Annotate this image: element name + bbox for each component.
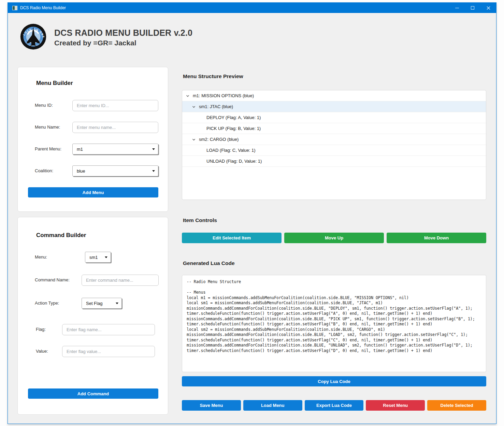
copy-lua-code-button[interactable]: Copy Lua Code bbox=[182, 376, 486, 386]
menu-id-input[interactable] bbox=[72, 100, 158, 111]
tree-row-label: m1: MISSION OPTIONS (blue) bbox=[193, 93, 254, 98]
item-controls-row: Edit Selected Item Move Up Move Down bbox=[182, 233, 486, 243]
lua-code-box: -- Radio Menu Structure -- Menus local m… bbox=[182, 275, 486, 372]
move-up-button[interactable]: Move Up bbox=[284, 233, 384, 243]
flag-input[interactable] bbox=[62, 324, 155, 335]
move-down-button[interactable]: Move Down bbox=[387, 233, 486, 243]
chevron-down-icon bbox=[116, 303, 118, 304]
edit-selected-item-button[interactable]: Edit Selected Item bbox=[182, 233, 282, 243]
value-input[interactable] bbox=[62, 346, 155, 357]
minimize-button[interactable] bbox=[449, 3, 465, 13]
command-builder-title: Command Builder bbox=[36, 232, 86, 239]
command-menu-label: Menu: bbox=[35, 254, 47, 260]
command-menu-value: sm1 bbox=[89, 255, 98, 260]
chevron-down-icon[interactable] bbox=[192, 137, 196, 142]
menu-tree: m1: MISSION OPTIONS (blue) sm1: JTAC (bl… bbox=[182, 90, 486, 200]
menu-builder-panel: Menu Builder Menu ID: Menu Name: Parent … bbox=[17, 67, 168, 212]
tree-row[interactable]: sm2: CARGO (blue) bbox=[182, 134, 486, 145]
tree-row-label: PICK UP (Flag: B, Value: 1) bbox=[206, 126, 261, 131]
chevron-down-icon bbox=[105, 256, 107, 258]
command-name-input[interactable] bbox=[82, 275, 159, 286]
lua-code-title: Generated Lua Code bbox=[183, 260, 235, 266]
add-menu-button[interactable]: Add Menu bbox=[28, 187, 158, 197]
coalition-value: blue bbox=[77, 168, 85, 174]
chevron-down-icon[interactable] bbox=[192, 105, 196, 109]
titlebar: DCS Radio Menu Builder bbox=[8, 3, 496, 13]
app-window: DCS Radio Menu Builder LOCK-ON GREECE DC… bbox=[8, 2, 496, 424]
item-controls-title: Item Controls bbox=[183, 217, 217, 223]
chevron-down-icon[interactable] bbox=[186, 94, 190, 98]
lua-code: -- Radio Menu Structure -- Menus local m… bbox=[187, 279, 481, 353]
close-button[interactable] bbox=[480, 3, 496, 13]
action-type-value: Set Flag bbox=[86, 301, 102, 306]
parent-menu-value: m1 bbox=[77, 147, 83, 152]
footer-buttons-row: Save Menu Load Menu Export Lua Code Rese… bbox=[182, 400, 486, 411]
command-builder-panel: Command Builder Menu: sm1 Command Name: … bbox=[17, 217, 168, 415]
tree-row[interactable]: LOAD (Flag: C, Value: 1) bbox=[182, 145, 486, 156]
menu-name-input[interactable] bbox=[72, 122, 158, 133]
maximize-icon bbox=[471, 6, 474, 10]
tree-row[interactable]: m1: MISSION OPTIONS (blue) bbox=[182, 90, 486, 101]
app-title: DCS RADIO MENU BUILDER v.2.0 bbox=[54, 28, 192, 38]
tree-row[interactable]: DEPLOY (Flag: A, Value: 1) bbox=[182, 112, 486, 123]
tree-row-label: UNLOAD (Flag: D, Value: 1) bbox=[206, 159, 262, 164]
add-command-button[interactable]: Add Command bbox=[28, 388, 158, 399]
coalition-label: Coalition: bbox=[35, 168, 53, 173]
tree-row[interactable]: sm1: JTAC (blue) bbox=[182, 101, 486, 112]
action-type-select[interactable]: Set Flag bbox=[82, 298, 122, 309]
tree-row-label: sm1: JTAC (blue) bbox=[199, 104, 233, 109]
window-title: DCS Radio Menu Builder bbox=[20, 5, 66, 10]
parent-menu-label: Parent Menu: bbox=[35, 146, 61, 151]
app-icon bbox=[12, 6, 17, 10]
chevron-down-icon bbox=[152, 170, 155, 172]
preview-title: Menu Structure Preview bbox=[183, 73, 243, 79]
command-menu-select[interactable]: sm1 bbox=[85, 252, 111, 263]
chevron-down-icon bbox=[152, 148, 155, 150]
app-header: DCS RADIO MENU BUILDER v.2.0 Created by … bbox=[54, 28, 192, 47]
flag-label: Flag: bbox=[36, 327, 46, 332]
tree-row[interactable]: PICK UP (Flag: B, Value: 1) bbox=[182, 123, 486, 134]
squadron-logo: LOCK-ON GREECE bbox=[20, 24, 46, 50]
value-label: Value: bbox=[36, 349, 48, 354]
tree-row-label: sm2: CARGO (blue) bbox=[199, 137, 239, 142]
parent-menu-select[interactable]: m1 bbox=[72, 144, 158, 155]
reset-menu-button[interactable]: Reset Menu bbox=[366, 400, 425, 411]
action-type-label: Action Type: bbox=[35, 300, 59, 306]
tree-row-label: LOAD (Flag: C, Value: 1) bbox=[206, 148, 256, 153]
window-controls bbox=[449, 3, 496, 13]
menu-name-label: Menu Name: bbox=[35, 124, 60, 130]
export-lua-code-button[interactable]: Export Lua Code bbox=[305, 400, 364, 411]
menu-builder-title: Menu Builder bbox=[36, 80, 73, 87]
coalition-select[interactable]: blue bbox=[72, 165, 158, 176]
minimize-icon bbox=[455, 8, 459, 8]
close-icon bbox=[487, 6, 490, 10]
menu-id-label: Menu ID: bbox=[35, 103, 53, 108]
save-menu-button[interactable]: Save Menu bbox=[182, 400, 241, 411]
tree-row-label: DEPLOY (Flag: A, Value: 1) bbox=[206, 115, 261, 120]
load-menu-button[interactable]: Load Menu bbox=[243, 400, 302, 411]
delete-selected-button[interactable]: Delete Selected bbox=[427, 400, 486, 411]
tree-row[interactable]: UNLOAD (Flag: D, Value: 1) bbox=[182, 156, 486, 167]
command-name-label: Command Name: bbox=[35, 277, 70, 282]
maximize-button[interactable] bbox=[465, 3, 480, 13]
app-subtitle: Created by =GR= Jackal bbox=[54, 39, 192, 47]
